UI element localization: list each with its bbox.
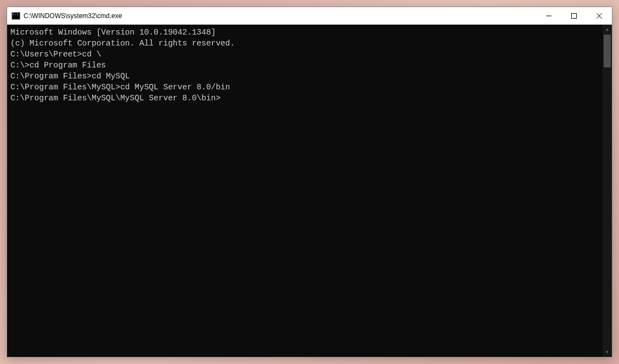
titlebar[interactable]: C:\WINDOWS\system32\cmd.exe — [7, 7, 612, 25]
terminal-line: C:\>cd Program Files — [10, 60, 599, 71]
scrollbar-down-arrow-icon[interactable]: ▼ — [603, 348, 612, 357]
minimize-icon — [546, 13, 552, 19]
vertical-scrollbar[interactable]: ▲ ▼ — [603, 25, 612, 357]
terminal-line: C:\Users\Preet>cd \ — [10, 49, 599, 60]
window-title: C:\WINDOWS\system32\cmd.exe — [24, 12, 536, 20]
terminal-line: (c) Microsoft Corporation. All rights re… — [10, 38, 599, 49]
svg-rect-1 — [572, 13, 577, 18]
terminal-line: C:\Program Files\MySQL\MySQL Server 8.0\… — [10, 93, 599, 104]
maximize-button[interactable] — [561, 7, 587, 24]
close-icon — [597, 13, 602, 19]
terminal-content[interactable]: Microsoft Windows [Version 10.0.19042.13… — [7, 25, 603, 357]
terminal-line: Microsoft Windows [Version 10.0.19042.13… — [10, 27, 599, 38]
command-prompt-window: C:\WINDOWS\system32\cmd.exe Microsoft Wi — [7, 7, 612, 357]
maximize-icon — [571, 13, 577, 19]
scrollbar-up-arrow-icon[interactable]: ▲ — [603, 25, 612, 34]
terminal-line: C:\Program Files\MySQL>cd MySQL Server 8… — [10, 82, 599, 93]
window-controls — [536, 7, 612, 24]
terminal-area: Microsoft Windows [Version 10.0.19042.13… — [7, 25, 612, 357]
cmd-icon — [12, 12, 20, 20]
terminal-line: C:\Program Files>cd MySQL — [10, 71, 599, 82]
close-button[interactable] — [587, 7, 612, 24]
minimize-button[interactable] — [536, 7, 561, 24]
scrollbar-thumb[interactable] — [604, 35, 611, 67]
